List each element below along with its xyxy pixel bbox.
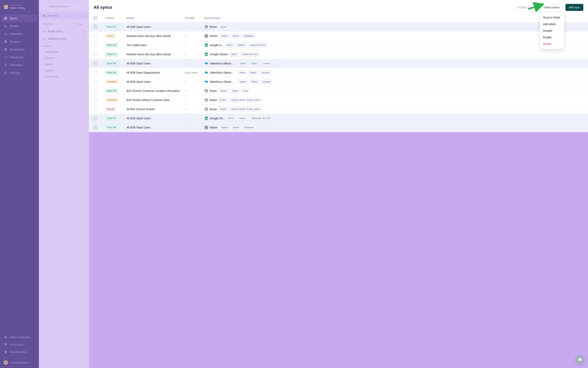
filter-item[interactable]: ›Destination — [39, 49, 89, 55]
chevron-right-icon: › — [42, 57, 43, 59]
menu-item[interactable]: Enable — [540, 34, 564, 41]
table-row[interactable]: DRAFT Reebok lovers who buy other brands… — [89, 32, 588, 41]
table-row[interactable]: HEALTHY The Californians -- Google S... … — [89, 41, 588, 50]
row-checkbox[interactable] — [94, 98, 97, 102]
row-checkbox[interactable] — [94, 117, 97, 120]
svg-rect-21 — [44, 31, 45, 33]
selection-count: 4 syncs selected — [518, 6, 538, 9]
add-sync-button[interactable]: Add sync — [565, 4, 583, 11]
tag: Account — [259, 70, 271, 75]
filter-label: Labels — [45, 69, 53, 72]
tag: Upsert — [219, 25, 229, 29]
folder-label: Model syncs — [48, 30, 63, 33]
table-row[interactable]: HEALTHY All B2B SaaS Users -- Notion Obj… — [89, 123, 588, 132]
row-checkbox[interactable] — [94, 89, 97, 93]
svg-rect-20 — [43, 30, 44, 33]
menu-item[interactable]: Disable — [540, 28, 564, 34]
filter-item[interactable]: ›Labels — [39, 67, 89, 74]
svg-rect-8 — [4, 50, 5, 51]
folders-heading: FOLDERS + New — [39, 19, 89, 28]
select-all-checkbox[interactable] — [94, 16, 97, 20]
destination-name: Notion — [210, 126, 218, 129]
new-folder-button[interactable]: + New — [74, 22, 85, 27]
table-row[interactable]: WARNING All B2B SaaS Users -- Salesforce… — [89, 77, 588, 86]
tag-list: ObjectUpsertDatabase — [219, 34, 256, 38]
table-row[interactable]: HEALTHY All B2B SaaS Users -- Braze Upse… — [89, 22, 588, 32]
tag: Mirror — [230, 52, 239, 56]
tag-list: EventUsing Column: Event_name — [219, 98, 262, 102]
row-checkbox[interactable] — [94, 34, 97, 38]
nav-item-sequences[interactable]: Sequences — [1, 54, 37, 61]
tag-list: MirrorSheet1Hightouch Test DB — [227, 116, 272, 120]
model-name: All B2B SaaS Users — [127, 25, 185, 28]
chevron-right-icon: › — [42, 51, 43, 53]
row-checkbox[interactable] — [94, 80, 97, 83]
select-action-button[interactable]: Select action — [541, 4, 563, 11]
nav-item-sources[interactable]: Sources — [1, 38, 37, 45]
salesforce-icon — [204, 80, 208, 84]
table-row[interactable]: HEALTHY B2C Ecomm Customer Location Info… — [89, 86, 588, 96]
row-checkbox[interactable] — [94, 43, 97, 47]
main-content: All syncs 4 syncs selected Select action… — [89, 0, 588, 132]
row-checkbox[interactable] — [94, 25, 97, 29]
col-destination[interactable]: DESTINATION — [204, 17, 583, 19]
table-row[interactable]: HEALTHY All B2B SaaS Users -- Google Sh.… — [89, 114, 588, 123]
filter-item[interactable]: ›Source — [39, 55, 89, 61]
all-syncs-item[interactable]: All syncs 12 — [39, 12, 89, 19]
nav-item-audiences[interactable]: Audiences — [1, 30, 37, 37]
nav-item-settings[interactable]: Settings — [1, 69, 37, 76]
col-folder[interactable]: FOLDER — [185, 17, 204, 19]
table-row[interactable]: HEALTHY All B2B Saas Organizations Docs … — [89, 68, 588, 77]
destination-name: Google S... — [210, 44, 223, 47]
col-model[interactable]: MODEL — [127, 17, 185, 19]
col-status[interactable]: STATUS — [105, 17, 127, 19]
tag: Using Column: Event_name — [229, 107, 261, 111]
folder-item[interactable]: Audience syncs3 — [39, 35, 89, 42]
table-row[interactable]: HEALTHY Reebok lovers who buy other bran… — [89, 50, 588, 59]
tag: Database — [242, 125, 256, 130]
svg-point-39 — [205, 108, 208, 111]
nav-item-extensions[interactable]: Extensions — [1, 61, 37, 69]
user-menu[interactable]: M maria@hightouch.io — [1, 359, 37, 367]
filter-item[interactable]: ›Created by — [39, 74, 89, 80]
menu-item[interactable]: Delete — [540, 41, 564, 47]
table-row[interactable]: WARNING B2C Events without Customer Data… — [89, 96, 588, 105]
footer-item-chat[interactable]: Get in touch — [1, 341, 37, 348]
folder-cell: -- — [185, 25, 204, 28]
menu-item[interactable]: Move to folder — [540, 14, 564, 21]
row-checkbox[interactable] — [94, 62, 97, 65]
filter-item[interactable]: ›Status — [39, 61, 89, 67]
folder-item[interactable]: Model syncs9 — [39, 28, 89, 35]
destination-name: Braze — [210, 108, 217, 111]
menu-item[interactable]: Add labels — [540, 21, 564, 28]
row-checkbox[interactable] — [94, 53, 97, 56]
row-checkbox[interactable] — [94, 126, 97, 129]
intercom-launcher[interactable] — [576, 356, 584, 364]
tag: Sheet1 — [236, 43, 247, 47]
search-input[interactable] — [49, 5, 83, 8]
nav-label: Sequences — [10, 56, 23, 59]
tag: Insert — [238, 70, 247, 75]
status-badge: WARNING — [105, 98, 119, 102]
footer-item-docs[interactable]: Documentation — [1, 348, 37, 356]
svg-line-17 — [46, 7, 47, 7]
nav-item-models[interactable]: Models — [1, 22, 37, 30]
nav-item-syncs[interactable]: Syncs — [1, 15, 37, 22]
tag: Database — [242, 34, 256, 38]
braze-icon — [204, 89, 208, 93]
row-checkbox[interactable] — [94, 107, 97, 111]
folder-cell: -- — [185, 99, 204, 101]
table-row[interactable]: FAILED All B2C Ecomm Events -- Braze Eve… — [89, 105, 588, 114]
nav-item-destinations[interactable]: Destinations — [1, 46, 37, 53]
workspace-selector[interactable]: WORKSPACE Maria Testing ▾ — [1, 2, 37, 11]
footer-item-invite[interactable]: Invite a teammate — [1, 333, 37, 341]
svg-point-38 — [205, 99, 208, 101]
tag-list: Upsert — [219, 25, 229, 29]
status-badge: HEALTHY — [105, 89, 118, 93]
table-row[interactable]: HEALTHY All B2B SaaS Users -- Salesforce… — [89, 59, 588, 68]
sequences-icon — [4, 55, 7, 59]
workspace-icon — [4, 5, 8, 9]
nav-label: Destinations — [10, 48, 25, 51]
search-box[interactable] — [42, 3, 86, 10]
row-checkbox[interactable] — [94, 71, 97, 74]
